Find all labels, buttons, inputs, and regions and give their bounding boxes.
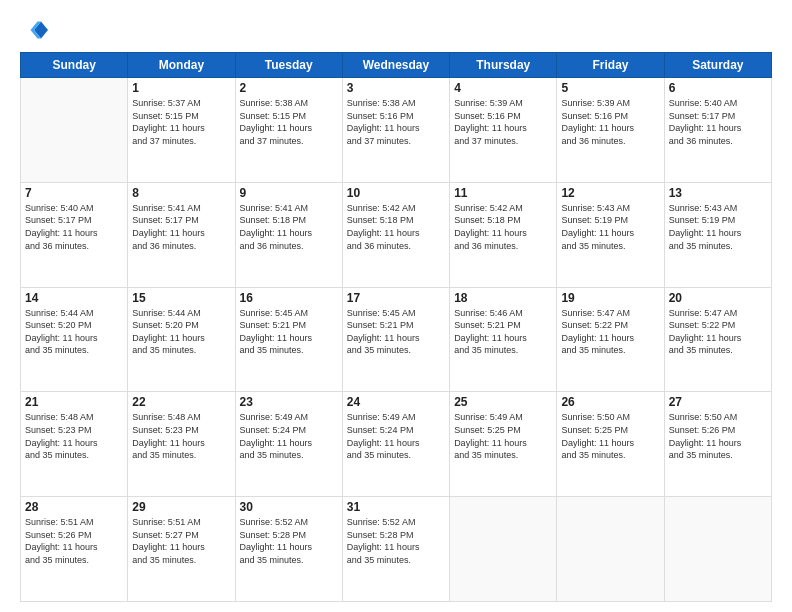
calendar-cell [21,78,128,183]
day-info: Sunrise: 5:41 AM Sunset: 5:18 PM Dayligh… [240,202,338,252]
day-number: 11 [454,186,552,200]
day-number: 31 [347,500,445,514]
day-info: Sunrise: 5:50 AM Sunset: 5:25 PM Dayligh… [561,411,659,461]
day-number: 21 [25,395,123,409]
day-number: 8 [132,186,230,200]
day-info: Sunrise: 5:52 AM Sunset: 5:28 PM Dayligh… [240,516,338,566]
day-info: Sunrise: 5:51 AM Sunset: 5:26 PM Dayligh… [25,516,123,566]
calendar-cell: 15Sunrise: 5:44 AM Sunset: 5:20 PM Dayli… [128,287,235,392]
day-info: Sunrise: 5:43 AM Sunset: 5:19 PM Dayligh… [561,202,659,252]
calendar-table: SundayMondayTuesdayWednesdayThursdayFrid… [20,52,772,602]
calendar-cell: 10Sunrise: 5:42 AM Sunset: 5:18 PM Dayli… [342,182,449,287]
day-info: Sunrise: 5:44 AM Sunset: 5:20 PM Dayligh… [25,307,123,357]
day-number: 27 [669,395,767,409]
day-header-monday: Monday [128,53,235,78]
day-info: Sunrise: 5:43 AM Sunset: 5:19 PM Dayligh… [669,202,767,252]
calendar-cell: 3Sunrise: 5:38 AM Sunset: 5:16 PM Daylig… [342,78,449,183]
day-number: 18 [454,291,552,305]
day-number: 19 [561,291,659,305]
day-number: 15 [132,291,230,305]
calendar-cell: 4Sunrise: 5:39 AM Sunset: 5:16 PM Daylig… [450,78,557,183]
calendar-cell [557,497,664,602]
day-header-saturday: Saturday [664,53,771,78]
day-number: 29 [132,500,230,514]
calendar-cell: 27Sunrise: 5:50 AM Sunset: 5:26 PM Dayli… [664,392,771,497]
calendar-week: 28Sunrise: 5:51 AM Sunset: 5:26 PM Dayli… [21,497,772,602]
calendar-cell: 20Sunrise: 5:47 AM Sunset: 5:22 PM Dayli… [664,287,771,392]
day-number: 2 [240,81,338,95]
calendar-cell: 1Sunrise: 5:37 AM Sunset: 5:15 PM Daylig… [128,78,235,183]
day-info: Sunrise: 5:41 AM Sunset: 5:17 PM Dayligh… [132,202,230,252]
header [20,16,772,44]
calendar-cell: 22Sunrise: 5:48 AM Sunset: 5:23 PM Dayli… [128,392,235,497]
day-number: 25 [454,395,552,409]
day-number: 9 [240,186,338,200]
day-info: Sunrise: 5:45 AM Sunset: 5:21 PM Dayligh… [347,307,445,357]
calendar-cell: 29Sunrise: 5:51 AM Sunset: 5:27 PM Dayli… [128,497,235,602]
day-info: Sunrise: 5:52 AM Sunset: 5:28 PM Dayligh… [347,516,445,566]
day-number: 5 [561,81,659,95]
calendar-cell: 18Sunrise: 5:46 AM Sunset: 5:21 PM Dayli… [450,287,557,392]
day-number: 28 [25,500,123,514]
calendar-cell: 23Sunrise: 5:49 AM Sunset: 5:24 PM Dayli… [235,392,342,497]
day-info: Sunrise: 5:40 AM Sunset: 5:17 PM Dayligh… [25,202,123,252]
day-info: Sunrise: 5:48 AM Sunset: 5:23 PM Dayligh… [132,411,230,461]
day-number: 30 [240,500,338,514]
day-info: Sunrise: 5:49 AM Sunset: 5:25 PM Dayligh… [454,411,552,461]
day-info: Sunrise: 5:46 AM Sunset: 5:21 PM Dayligh… [454,307,552,357]
day-number: 16 [240,291,338,305]
day-info: Sunrise: 5:38 AM Sunset: 5:15 PM Dayligh… [240,97,338,147]
day-number: 22 [132,395,230,409]
calendar-cell: 28Sunrise: 5:51 AM Sunset: 5:26 PM Dayli… [21,497,128,602]
logo-icon [20,16,48,44]
calendar-cell: 25Sunrise: 5:49 AM Sunset: 5:25 PM Dayli… [450,392,557,497]
day-number: 3 [347,81,445,95]
day-info: Sunrise: 5:39 AM Sunset: 5:16 PM Dayligh… [454,97,552,147]
day-info: Sunrise: 5:44 AM Sunset: 5:20 PM Dayligh… [132,307,230,357]
calendar-cell: 19Sunrise: 5:47 AM Sunset: 5:22 PM Dayli… [557,287,664,392]
calendar-cell: 6Sunrise: 5:40 AM Sunset: 5:17 PM Daylig… [664,78,771,183]
calendar-cell: 17Sunrise: 5:45 AM Sunset: 5:21 PM Dayli… [342,287,449,392]
day-info: Sunrise: 5:37 AM Sunset: 5:15 PM Dayligh… [132,97,230,147]
calendar-cell: 8Sunrise: 5:41 AM Sunset: 5:17 PM Daylig… [128,182,235,287]
day-number: 17 [347,291,445,305]
day-info: Sunrise: 5:50 AM Sunset: 5:26 PM Dayligh… [669,411,767,461]
day-number: 13 [669,186,767,200]
day-header-sunday: Sunday [21,53,128,78]
calendar-cell: 16Sunrise: 5:45 AM Sunset: 5:21 PM Dayli… [235,287,342,392]
calendar-cell: 9Sunrise: 5:41 AM Sunset: 5:18 PM Daylig… [235,182,342,287]
day-info: Sunrise: 5:42 AM Sunset: 5:18 PM Dayligh… [347,202,445,252]
calendar-cell: 21Sunrise: 5:48 AM Sunset: 5:23 PM Dayli… [21,392,128,497]
day-info: Sunrise: 5:47 AM Sunset: 5:22 PM Dayligh… [669,307,767,357]
day-info: Sunrise: 5:48 AM Sunset: 5:23 PM Dayligh… [25,411,123,461]
calendar-cell [664,497,771,602]
day-number: 7 [25,186,123,200]
calendar-cell: 5Sunrise: 5:39 AM Sunset: 5:16 PM Daylig… [557,78,664,183]
calendar-cell: 30Sunrise: 5:52 AM Sunset: 5:28 PM Dayli… [235,497,342,602]
calendar-week: 7Sunrise: 5:40 AM Sunset: 5:17 PM Daylig… [21,182,772,287]
day-header-wednesday: Wednesday [342,53,449,78]
calendar-week: 1Sunrise: 5:37 AM Sunset: 5:15 PM Daylig… [21,78,772,183]
day-info: Sunrise: 5:51 AM Sunset: 5:27 PM Dayligh… [132,516,230,566]
day-header-friday: Friday [557,53,664,78]
day-number: 26 [561,395,659,409]
day-number: 14 [25,291,123,305]
day-number: 6 [669,81,767,95]
day-info: Sunrise: 5:49 AM Sunset: 5:24 PM Dayligh… [240,411,338,461]
day-info: Sunrise: 5:42 AM Sunset: 5:18 PM Dayligh… [454,202,552,252]
day-info: Sunrise: 5:40 AM Sunset: 5:17 PM Dayligh… [669,97,767,147]
day-info: Sunrise: 5:47 AM Sunset: 5:22 PM Dayligh… [561,307,659,357]
page: SundayMondayTuesdayWednesdayThursdayFrid… [0,0,792,612]
calendar-cell [450,497,557,602]
day-number: 1 [132,81,230,95]
day-info: Sunrise: 5:39 AM Sunset: 5:16 PM Dayligh… [561,97,659,147]
logo [20,16,52,44]
day-info: Sunrise: 5:38 AM Sunset: 5:16 PM Dayligh… [347,97,445,147]
calendar-cell: 12Sunrise: 5:43 AM Sunset: 5:19 PM Dayli… [557,182,664,287]
calendar-cell: 13Sunrise: 5:43 AM Sunset: 5:19 PM Dayli… [664,182,771,287]
day-header-tuesday: Tuesday [235,53,342,78]
calendar-cell: 24Sunrise: 5:49 AM Sunset: 5:24 PM Dayli… [342,392,449,497]
day-info: Sunrise: 5:49 AM Sunset: 5:24 PM Dayligh… [347,411,445,461]
day-number: 12 [561,186,659,200]
day-info: Sunrise: 5:45 AM Sunset: 5:21 PM Dayligh… [240,307,338,357]
